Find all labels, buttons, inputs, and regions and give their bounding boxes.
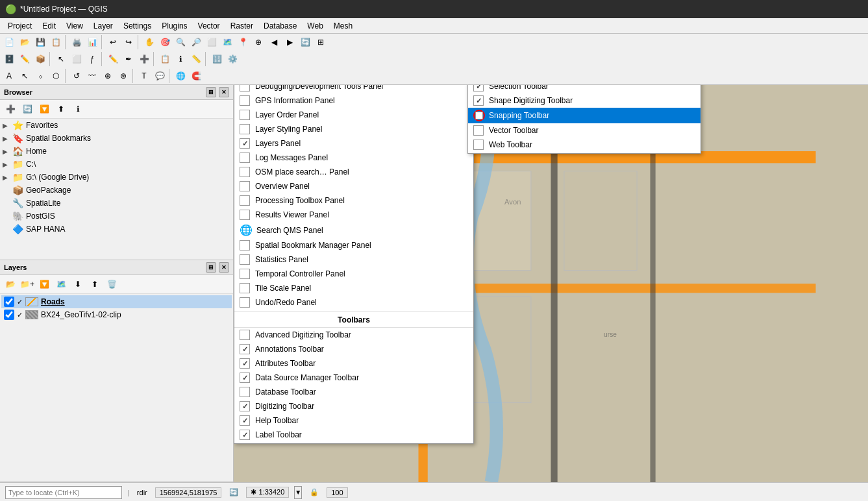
panel-menu-item-layers[interactable]: Layers Panel xyxy=(234,136,473,151)
toolbar-menu-item-attributes[interactable]: Attributes Toolbar xyxy=(234,356,473,371)
menu-plugins[interactable]: Plugins xyxy=(156,20,192,32)
right-tb-selection[interactable]: Selection Toolbar xyxy=(468,85,701,93)
browser-item-sap-hana[interactable]: ▶ 🔷 SAP HANA xyxy=(0,223,233,236)
annotation-button[interactable]: 💬 xyxy=(152,68,167,84)
annotations-tb-checkbox[interactable] xyxy=(240,344,250,354)
fill-ring-button[interactable]: ⊛ xyxy=(116,68,131,84)
snapping-button[interactable]: 🧲 xyxy=(188,68,204,84)
layer-item-roads[interactable]: ✓ Roads xyxy=(1,295,232,308)
toolbar-menu-item-adv-digitizing[interactable]: Advanced Digitizing Toolbar xyxy=(234,328,473,342)
menu-project[interactable]: Project xyxy=(3,20,37,32)
browser-item-postgis[interactable]: ▶ 🐘 PostGIS xyxy=(0,210,233,223)
add-feature-button[interactable]: ➕ xyxy=(136,51,152,67)
label-tb-checkbox[interactable] xyxy=(240,430,250,440)
menu-view[interactable]: View xyxy=(61,20,88,32)
undo-redo-checkbox[interactable] xyxy=(240,297,250,308)
zoom-selection-button[interactable]: ⊕ xyxy=(251,34,266,50)
layer-item-geotif[interactable]: ✓ BX24_GeoTifv1-02-clip xyxy=(1,308,232,321)
scale-dropdown-button[interactable]: ▼ xyxy=(294,486,302,499)
zoom-rubber-band-button[interactable]: ⬜ xyxy=(204,34,219,50)
panel-menu-item-layer-styling[interactable]: Layer Styling Panel xyxy=(234,122,473,136)
browser-info-button[interactable]: ℹ xyxy=(70,101,86,117)
tile-scale-checkbox[interactable] xyxy=(240,283,250,293)
panel-menu-item-gps[interactable]: GPS Information Panel xyxy=(234,93,473,108)
layers-checkbox[interactable] xyxy=(240,138,250,149)
zoom-last-button[interactable]: ◀ xyxy=(266,34,282,50)
open-project-button[interactable]: 📂 xyxy=(17,34,32,50)
edit-button[interactable]: ✏️ xyxy=(105,51,121,67)
menu-web[interactable]: Web xyxy=(302,20,328,32)
right-tb-vector[interactable]: Vector Toolbar xyxy=(468,123,701,138)
layers-filter-button[interactable]: 🔽 xyxy=(36,276,52,292)
save-project-button[interactable]: 💾 xyxy=(32,34,48,50)
statistics-checkbox[interactable] xyxy=(240,254,250,265)
new-project-button[interactable]: 📄 xyxy=(1,34,17,50)
digitize-button[interactable]: ✒ xyxy=(121,51,136,67)
field-calculator-button[interactable]: 🔢 xyxy=(209,51,225,67)
digitizing-tb-checkbox[interactable] xyxy=(240,401,250,411)
browser-item-spatialite[interactable]: ▶ 🔧 SpatiaLite xyxy=(0,197,233,210)
browser-item-spatial-bookmarks[interactable]: ▶ 🔖 Spatial Bookmarks xyxy=(0,132,233,145)
new-gpkg-button[interactable]: 📦 xyxy=(32,51,48,67)
panel-menu-item-log[interactable]: Log Messages Panel xyxy=(234,151,473,165)
zoom-next-button[interactable]: ▶ xyxy=(282,34,297,50)
panel-menu-item-processing-toolbox[interactable]: Processing Toolbox Panel xyxy=(234,193,473,208)
vector-tb-checkbox[interactable] xyxy=(473,125,484,136)
layers-remove-button[interactable]: 🗑️ xyxy=(104,276,119,292)
menu-raster[interactable]: Raster xyxy=(225,20,258,32)
selection-tb-checkbox[interactable] xyxy=(473,85,484,92)
panel-menu-item-search-qms[interactable]: 🌐 Search QMS Panel xyxy=(234,222,473,238)
spatial-bookmark-mgr-checkbox[interactable] xyxy=(240,240,250,250)
database-tb-checkbox[interactable] xyxy=(240,387,250,397)
zoom-layer-button[interactable]: 📍 xyxy=(235,34,251,50)
menu-vector[interactable]: Vector xyxy=(193,20,225,32)
menu-edit[interactable]: Edit xyxy=(37,20,61,32)
node-tool-button[interactable]: ⬡ xyxy=(48,68,64,84)
browser-item-geopackage[interactable]: ▶ 📦 GeoPackage xyxy=(0,184,233,197)
zoom-in-button[interactable]: 🔍 xyxy=(173,34,188,50)
identify-button[interactable]: ℹ xyxy=(173,51,188,67)
toolbar-menu-item-database[interactable]: Database Toolbar xyxy=(234,385,473,399)
layers-collapse-button[interactable]: ⬆ xyxy=(87,276,103,292)
panel-menu-item-undo-redo[interactable]: Undo/Redo Panel xyxy=(234,295,473,310)
undo-button[interactable]: ↩ xyxy=(105,34,121,50)
toolbar-menu-item-annotations[interactable]: Annotations Toolbar xyxy=(234,342,473,356)
browser-refresh-button[interactable]: 🔄 xyxy=(19,101,35,117)
panel-menu-item-results[interactable]: Results Viewer Panel xyxy=(234,208,473,222)
layers-panel-dock-button[interactable]: ⊞ xyxy=(206,262,216,273)
browser-item-g-drive[interactable]: ▶ 📁 G:\ (Google Drive) xyxy=(0,171,233,184)
layers-expand-button[interactable]: ⬇ xyxy=(70,276,86,292)
layout-manager-button[interactable]: 📊 xyxy=(84,34,100,50)
vertex-tool-button[interactable]: ⬦ xyxy=(32,68,48,84)
browser-item-c-drive[interactable]: ▶ 📁 C:\ xyxy=(0,158,233,171)
toolbar-menu-item-help[interactable]: Help Toolbar xyxy=(234,413,473,428)
right-tb-shape-digitizing[interactable]: Shape Digitizing Toolbar xyxy=(468,93,701,108)
save-as-button[interactable]: 📋 xyxy=(48,34,64,50)
layers-filter-map-button[interactable]: 🗺️ xyxy=(53,276,69,292)
layers-open-button[interactable]: 📂 xyxy=(3,276,18,292)
deselect-all-button[interactable]: ⬜ xyxy=(69,51,84,67)
panel-menu-item-layer-order[interactable]: Layer Order Panel xyxy=(234,108,473,122)
menu-database[interactable]: Database xyxy=(258,20,302,32)
panel-menu-item-temporal[interactable]: Temporal Controller Panel xyxy=(234,267,473,281)
data-source-manager-button[interactable]: 🗄️ xyxy=(1,51,17,67)
toolbar-menu-item-digitizing[interactable]: Digitizing Toolbar xyxy=(234,399,473,413)
toolbar-menu-item-datasource[interactable]: Data Source Manager Toolbar xyxy=(234,371,473,385)
locate-input[interactable] xyxy=(5,486,122,499)
browser-add-button[interactable]: ➕ xyxy=(3,101,18,117)
browser-panel-close-button[interactable]: ✕ xyxy=(219,87,229,97)
browser-filter-button[interactable]: 🔽 xyxy=(36,101,52,117)
right-tb-snapping[interactable]: Snapping Toolbar xyxy=(468,108,701,123)
zoom-full-button[interactable]: 🗺️ xyxy=(219,34,235,50)
browser-panel-dock-button[interactable]: ⊞ xyxy=(206,87,216,97)
tile-panels-button[interactable]: ⊞ xyxy=(313,34,329,50)
add-ring-button[interactable]: ⊕ xyxy=(100,68,116,84)
layers-add-group-button[interactable]: 📁+ xyxy=(19,276,35,292)
layer-roads-checkbox[interactable] xyxy=(4,297,14,307)
cursor-button[interactable]: ↖ xyxy=(17,68,32,84)
shape-digitizing-tb-checkbox[interactable] xyxy=(473,95,484,106)
layer-order-checkbox[interactable] xyxy=(240,110,250,120)
browser-item-home[interactable]: ▶ 🏠 Home xyxy=(0,145,233,158)
temporal-checkbox[interactable] xyxy=(240,269,250,279)
text-button[interactable]: T xyxy=(136,68,152,84)
